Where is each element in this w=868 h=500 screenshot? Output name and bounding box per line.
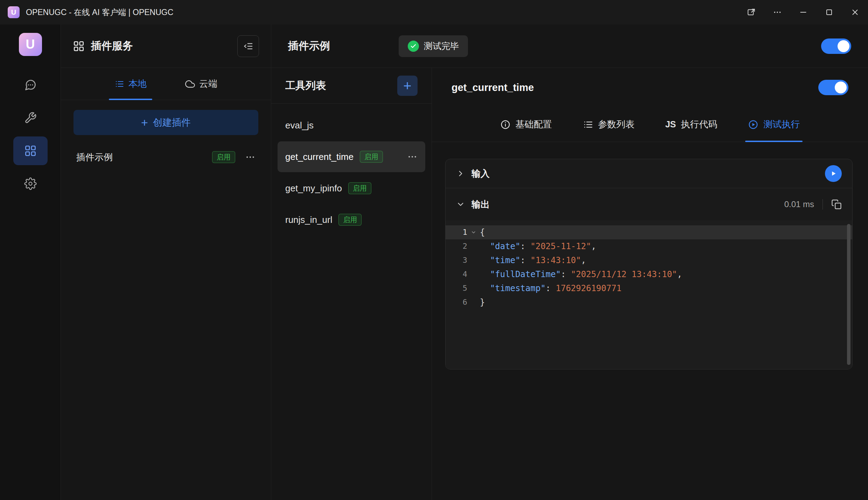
tools-panel-title: 工具列表	[285, 79, 326, 93]
code-line: 4 "fullDateTime": "2025/11/12 13:43:10",	[446, 267, 852, 281]
ellipsis-icon	[407, 152, 418, 162]
line-number: 4	[446, 267, 467, 281]
nav-tools-button[interactable]	[13, 104, 48, 132]
input-section-header[interactable]: 输入	[446, 159, 852, 188]
more-menu-icon[interactable]	[764, 0, 790, 24]
app-logo: U	[19, 33, 42, 56]
tools-list: eval_js get_current_time 启用	[271, 104, 432, 242]
code-token: "2025-11-12"	[531, 241, 591, 251]
code-token: {	[480, 227, 485, 237]
tab-label: 测试执行	[763, 118, 800, 131]
line-number: 5	[446, 281, 467, 295]
code-token: ,	[591, 241, 596, 251]
fold-toggle[interactable]	[467, 225, 480, 239]
fold-spacer	[467, 253, 480, 267]
tab-test-run[interactable]: 测试执行	[745, 107, 803, 142]
test-run-panel: 输入 输出 0.01 ms	[445, 159, 853, 369]
fold-spacer	[467, 281, 480, 295]
add-tool-button[interactable]: +	[397, 76, 418, 96]
tool-name: get_current_time	[285, 152, 354, 162]
fold-spacer	[467, 267, 480, 281]
tab-cloud-label: 云端	[199, 78, 217, 90]
code-token: "fullDateTime"	[490, 269, 561, 279]
tab-basic-config[interactable]: 基础配置	[497, 107, 555, 142]
tab-label: 执行代码	[681, 118, 717, 131]
tab-cloud[interactable]: 云端	[180, 68, 223, 100]
close-button[interactable]	[842, 0, 868, 24]
left-rail: U	[0, 24, 61, 500]
tool-name: eval_js	[285, 120, 314, 131]
tool-item-get-my-ipinfo[interactable]: get_my_ipinfo 启用	[278, 173, 425, 204]
run-test-button[interactable]	[825, 165, 842, 182]
status-badge: 测试完毕	[399, 35, 468, 57]
main-area: U	[0, 24, 868, 500]
copy-output-button[interactable]	[831, 199, 842, 210]
window-title: OPENUGC - 在线 AI 客户端 | OPENUGC	[26, 7, 173, 18]
list-icon	[583, 119, 593, 130]
tab-exec-code[interactable]: JS 执行代码	[663, 107, 720, 142]
output-section-header[interactable]: 输出 0.01 ms	[446, 188, 852, 220]
output-code-editor[interactable]: 1 { 2 "date": "2025-11-12",	[446, 220, 852, 369]
code-token: :	[520, 241, 531, 251]
plugin-enabled-toggle[interactable]	[821, 38, 851, 54]
line-number: 3	[446, 253, 467, 267]
code-token: "2025/11/12 13:43:10"	[571, 269, 677, 279]
plugins-icon	[24, 145, 37, 157]
code-token: "time"	[490, 255, 520, 265]
tool-more-button[interactable]	[407, 152, 418, 162]
tool-item-get-current-time[interactable]: get_current_time 启用	[278, 141, 425, 172]
nav-chat-button[interactable]	[13, 71, 48, 99]
plugin-list-item[interactable]: 插件示例 启用	[74, 143, 258, 171]
tool-detail-header: get_current_time	[432, 68, 868, 107]
app-icon-letter: U	[11, 8, 16, 16]
cloud-icon	[185, 79, 195, 89]
code-line: 1 {	[446, 225, 852, 239]
enabled-badge: 启用	[212, 151, 235, 163]
code-token: "date"	[490, 241, 520, 251]
tab-local-label: 本地	[128, 78, 147, 90]
code-line: 3 "time": "13:43:10",	[446, 253, 852, 267]
line-number: 1	[446, 225, 467, 239]
nav-settings-button[interactable]	[13, 169, 48, 198]
code-token: :	[546, 283, 556, 293]
tool-item-eval-js[interactable]: eval_js	[278, 110, 425, 141]
tool-name: runjs_in_url	[285, 214, 332, 225]
line-number: 6	[446, 295, 467, 309]
tool-detail-tabs: 基础配置 参数列表 JS 执行代码	[432, 107, 868, 142]
enabled-badge: 启用	[338, 214, 362, 226]
minimize-button[interactable]	[790, 0, 816, 24]
plugins-panel: 插件服务 本地	[61, 24, 271, 500]
tab-label: 参数列表	[598, 118, 635, 131]
input-section-label: 输入	[471, 168, 490, 180]
chat-icon	[24, 79, 37, 91]
collapse-panel-button[interactable]	[237, 35, 259, 57]
tools-panel: 工具列表 + eval_js get_current_time 启用	[271, 68, 432, 500]
code-token: }	[480, 297, 485, 307]
enabled-badge: 启用	[360, 151, 383, 163]
tab-param-list[interactable]: 参数列表	[580, 107, 637, 142]
tools-panel-header: 工具列表 +	[271, 68, 432, 104]
nav-plugins-button[interactable]	[13, 136, 48, 165]
info-icon	[500, 119, 511, 130]
tool-item-runjs-in-url[interactable]: runjs_in_url 启用	[278, 204, 425, 235]
fold-spacer	[467, 295, 480, 309]
code-token: 1762926190771	[556, 283, 622, 293]
editor-scrollbar[interactable]	[847, 224, 850, 365]
plugin-more-button[interactable]	[245, 152, 255, 162]
fold-chevron-icon	[471, 230, 476, 235]
tab-label: 基础配置	[516, 118, 552, 131]
chevron-down-icon	[456, 200, 465, 209]
popout-icon[interactable]	[738, 0, 764, 24]
code-line: 2 "date": "2025-11-12",	[446, 239, 852, 253]
code-token: :	[561, 269, 571, 279]
workspace-header: 插件示例 测试完毕	[271, 24, 868, 68]
play-circle-icon	[748, 119, 758, 130]
tab-local[interactable]: 本地	[109, 68, 152, 100]
create-plugin-button[interactable]: + 创建插件	[74, 110, 258, 135]
tool-name: get_my_ipinfo	[285, 183, 342, 194]
maximize-button[interactable]	[816, 0, 842, 24]
app-window: U OPENUGC - 在线 AI 客户端 | OPENUGC U	[0, 0, 868, 500]
gear-icon	[24, 177, 37, 190]
vertical-divider	[822, 199, 823, 210]
tool-enabled-toggle[interactable]	[818, 80, 848, 95]
